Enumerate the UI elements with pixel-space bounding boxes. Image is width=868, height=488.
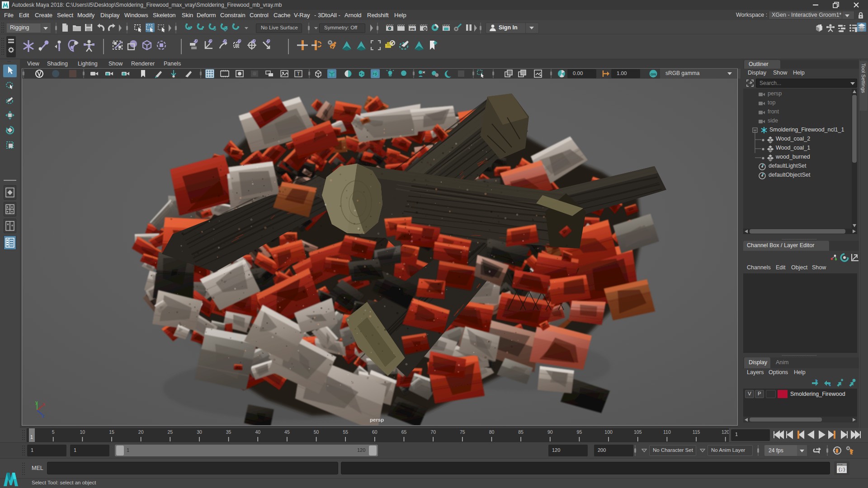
svg-text:75: 75	[460, 429, 465, 435]
svg-text:95: 95	[577, 429, 582, 435]
svg-text:5: 5	[52, 429, 55, 435]
svg-text:45: 45	[284, 429, 290, 435]
svg-text:80: 80	[489, 429, 495, 435]
svg-text:70: 70	[430, 429, 436, 435]
svg-text:90: 90	[547, 429, 553, 435]
svg-text:T: T	[297, 71, 300, 76]
svg-text:110: 110	[663, 429, 671, 435]
svg-text:35: 35	[226, 429, 231, 435]
svg-text:25: 25	[167, 429, 173, 435]
svg-text:120: 120	[722, 429, 729, 435]
svg-text:x: x	[42, 402, 45, 407]
svg-text:GN: GN	[651, 72, 656, 76]
svg-text:y: y	[35, 400, 38, 405]
svg-text:20: 20	[138, 429, 144, 435]
svg-text:10: 10	[80, 429, 85, 435]
svg-text:55: 55	[343, 429, 348, 435]
svg-text:100: 100	[604, 429, 613, 435]
svg-text:z: z	[42, 413, 44, 418]
svg-text:115: 115	[693, 429, 700, 435]
svg-text:40: 40	[255, 429, 260, 435]
svg-text:{;}: {;}	[838, 468, 845, 472]
svg-text:105: 105	[634, 429, 642, 435]
svg-text:85: 85	[518, 429, 524, 435]
svg-text:65: 65	[401, 429, 407, 435]
svg-text:60: 60	[372, 429, 377, 435]
svg-text:30: 30	[197, 429, 202, 435]
svg-text:IPR: IPR	[410, 28, 415, 31]
svg-text:15: 15	[109, 429, 114, 435]
svg-text:50: 50	[314, 429, 319, 435]
